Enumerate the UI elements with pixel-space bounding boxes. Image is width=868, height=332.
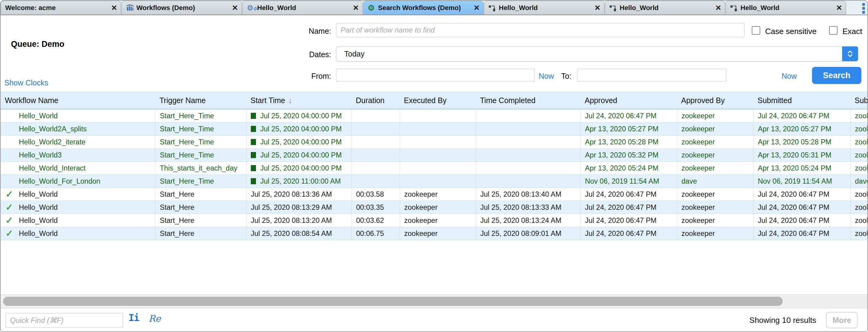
cell-text: dave (855, 177, 867, 186)
tab-hello-world[interactable]: Hello_World✕ (725, 1, 846, 14)
cell-approved: Apr 13, 2020 05:27 PM (580, 123, 677, 135)
cell-text: Nov 06, 2019 11:54 AM (758, 177, 832, 186)
cell-submitted: Apr 13, 2020 05:24 PM (753, 162, 850, 174)
column-header-start-time[interactable]: Start Time↓ (246, 92, 351, 109)
table-row[interactable]: Hello_World2_iterateStart_Here_TimeJul 2… (1, 136, 867, 149)
tab-hello-world[interactable]: Hello_World✕ (605, 1, 725, 14)
cell-text: Apr 13, 2020 05:28 PM (585, 138, 659, 146)
column-header-label: Approved (585, 96, 617, 105)
cell-executed-by (400, 149, 476, 161)
close-icon[interactable]: ✕ (108, 4, 117, 12)
exact-checkbox[interactable] (829, 26, 838, 35)
cell-approved-by: zookeeper (677, 109, 753, 122)
close-icon[interactable]: ✕ (471, 4, 479, 12)
gears-icon: ⚙⚙ (247, 4, 257, 11)
column-header-executed-by[interactable]: Executed By (400, 92, 476, 109)
column-header-trigger-name[interactable]: Trigger Name (155, 92, 246, 109)
close-icon[interactable]: ✕ (592, 4, 600, 12)
cell-submitted: Jul 24, 2020 06:47 PM (753, 227, 850, 240)
table-row[interactable]: Hello_WorldStart_Here_TimeJul 25, 2020 0… (1, 109, 867, 123)
regex-icon[interactable]: Re (149, 313, 161, 324)
tab-label: Search Workflows (Demo) (378, 4, 471, 12)
table-row[interactable]: ✓Hello_WorldStart_HereJul 25, 2020 08:13… (1, 201, 867, 214)
table-row[interactable]: Hello_World3Start_Here_TimeJul 25, 2020 … (1, 149, 867, 162)
table-row[interactable]: Hello_World_InteractThis_starts_it_each_… (1, 162, 867, 175)
column-header-workflow-name[interactable]: Workflow Name (1, 92, 155, 109)
cell-completed (476, 175, 580, 188)
tab-welcome-acme[interactable]: Welcome: acme✕ (1, 1, 121, 14)
horizontal-scrollbar[interactable] (1, 294, 867, 308)
show-clocks-link[interactable]: Show Clocks (4, 78, 49, 87)
more-button[interactable]: More (826, 312, 858, 328)
cell-start: Jul 25, 2020 08:13:29 AM (246, 201, 351, 214)
cell-completed (476, 123, 580, 135)
table-row[interactable]: ✓Hello_WorldStart_HereJul 25, 2020 08:08… (1, 227, 867, 240)
cell-text: Start_Here_Time (160, 138, 214, 146)
name-input[interactable] (336, 23, 744, 37)
cell-executed-by (400, 123, 476, 135)
cell-text: Jul 25, 2020 04:00:00 PM (260, 125, 342, 133)
cell-text: Jul 24, 2020 06:47 PM (758, 190, 829, 199)
overflow-menu-icon[interactable] (862, 3, 865, 14)
cell-duration (351, 136, 400, 148)
cell-approved: Jul 24, 2020 06:47 PM (580, 109, 677, 122)
footer-bar: Ii Re Showing 10 results More (1, 308, 867, 331)
cell-executed-by: zookeeper (400, 201, 476, 214)
table-row[interactable]: Hello_World2A_splitsStart_Here_TimeJul 2… (1, 123, 867, 136)
table-row[interactable]: Hello_World_For_LondonStart_Here_TimeJul… (1, 175, 867, 188)
column-header-approved[interactable]: Approved (580, 92, 677, 109)
cell-approved-by: zookeeper (677, 123, 753, 135)
scheduled-square-icon (251, 139, 256, 145)
dates-label: Dates: (274, 50, 331, 59)
quick-find-input[interactable] (5, 313, 123, 328)
cell-text: zookeeper (855, 164, 867, 172)
column-header-approved-by[interactable]: Approved By (677, 92, 753, 109)
from-now-link[interactable]: Now (539, 72, 554, 80)
close-icon[interactable]: ✕ (834, 4, 842, 12)
close-icon[interactable]: ✕ (350, 4, 359, 12)
cell-submitted-by: zookeeper (850, 227, 867, 240)
column-header-submitted-by[interactable]: Submitted By (850, 92, 867, 109)
column-header-duration[interactable]: Duration (351, 92, 400, 109)
results-count: Showing 10 results (749, 316, 816, 325)
cell-text: Hello_World_Interact (19, 164, 86, 172)
cell-submitted-by: zookeeper (850, 162, 867, 174)
app-window: Welcome: acme✕Workflows (Demo)✕⚙⚙Hello_W… (0, 0, 868, 332)
cell-duration: 00:03.35 (351, 201, 400, 214)
table-row[interactable]: ✓Hello_WorldStart_HereJul 25, 2020 08:13… (1, 214, 867, 227)
case-sensitive-checkbox[interactable] (752, 26, 760, 35)
cell-completed: Jul 25, 2020 08:13:33 AM (476, 201, 580, 214)
cell-text: Jul 25, 2020 04:00:00 PM (260, 164, 342, 172)
tab-label: Hello_World (499, 4, 592, 12)
cell-approved: Jul 24, 2020 06:47 PM (580, 214, 677, 227)
cell-text: zookeeper (681, 112, 715, 120)
dates-select[interactable]: Today (336, 46, 858, 61)
close-icon[interactable]: ✕ (713, 4, 721, 12)
search-button[interactable]: Search (812, 67, 861, 84)
to-input[interactable] (577, 69, 726, 81)
cell-text: Start_Here_Time (160, 125, 214, 133)
from-input[interactable] (336, 69, 534, 81)
tab-label: Hello_World (257, 4, 350, 12)
tab-search-workflows-demo-[interactable]: ⚙Search Workflows (Demo)✕ (363, 1, 484, 14)
tab-hello-world[interactable]: ⚙⚙Hello_World✕ (242, 1, 363, 14)
cell-approved-by: zookeeper (677, 162, 753, 174)
cell-text: Jul 25, 2020 08:13:40 AM (480, 190, 561, 199)
scheduled-square-icon (251, 126, 256, 132)
cell-start: Jul 25, 2020 08:13:36 AM (246, 188, 351, 201)
column-header-time-completed[interactable]: Time Completed (476, 92, 580, 109)
close-icon[interactable]: ✕ (229, 4, 238, 12)
cell-completed (476, 136, 580, 148)
cell-trigger: Start_Here_Time (155, 123, 246, 135)
cell-workflow: Hello_World2A_splits (1, 123, 155, 135)
cell-text: Jul 25, 2020 08:13:29 AM (251, 203, 332, 211)
to-now-link[interactable]: Now (781, 72, 797, 80)
match-case-icon[interactable]: Ii (128, 312, 139, 324)
tab-workflows-demo-[interactable]: Workflows (Demo)✕ (121, 1, 242, 14)
table-row[interactable]: ✓Hello_WorldStart_HereJul 25, 2020 08:13… (1, 188, 867, 201)
tab-hello-world[interactable]: Hello_World✕ (484, 1, 604, 14)
cell-trigger: Start_Here_Time (155, 136, 246, 148)
scrollbar-thumb[interactable] (3, 297, 783, 306)
column-header-submitted[interactable]: Submitted (753, 92, 850, 109)
cell-text: dave (681, 177, 697, 186)
